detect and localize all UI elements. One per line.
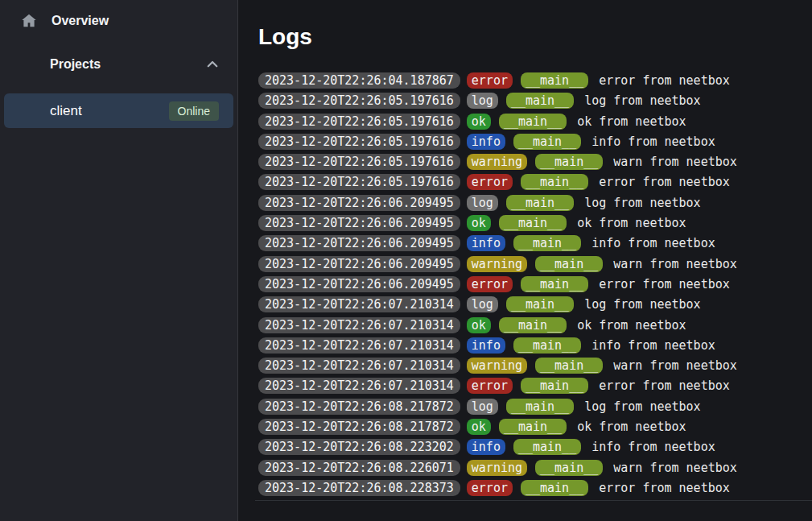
timestamp-badge: 2023-12-20T22:26:06.209495 <box>258 276 460 292</box>
timestamp-badge: 2023-12-20T22:26:08.228373 <box>258 480 460 496</box>
module-badge: __main__ <box>513 439 581 455</box>
log-message: error from neetbox <box>599 73 730 88</box>
log-message: warn from neetbox <box>613 155 737 169</box>
log-row: 2023-12-20T22:26:05.197616info__main__in… <box>258 134 812 150</box>
level-badge-warning: warning <box>467 256 527 272</box>
timestamp-badge: 2023-12-20T22:26:06.209495 <box>258 195 460 211</box>
timestamp-badge: 2023-12-20T22:26:06.209495 <box>258 215 460 231</box>
timestamp-badge: 2023-12-20T22:26:05.197616 <box>258 93 460 109</box>
level-badge-log: log <box>467 93 498 109</box>
log-row: 2023-12-20T22:26:08.226071warning__main_… <box>258 460 812 476</box>
module-badge: __main__ <box>535 256 603 272</box>
log-message: log from neetbox <box>584 297 701 312</box>
timestamp-badge: 2023-12-20T22:26:04.187867 <box>258 72 460 89</box>
level-badge-ok: ok <box>467 114 491 130</box>
home-icon <box>19 11 39 31</box>
log-message: log from neetbox <box>584 196 701 210</box>
log-list[interactable]: 2023-12-20T22:26:04.187867error__main__e… <box>258 72 812 496</box>
log-message: error from neetbox <box>599 378 730 393</box>
log-row: 2023-12-20T22:26:06.209495info__main__in… <box>258 235 812 251</box>
sidebar-item-projects[interactable]: Projects <box>0 48 237 81</box>
log-message: ok from neetbox <box>577 114 686 129</box>
log-row: 2023-12-20T22:26:05.197616ok__main__ok f… <box>258 114 812 130</box>
level-badge-ok: ok <box>467 419 491 435</box>
log-list-divider <box>255 500 812 501</box>
timestamp-badge: 2023-12-20T22:26:05.197616 <box>258 134 460 150</box>
chevron-up-icon[interactable] <box>204 56 221 73</box>
module-badge: __main__ <box>521 72 588 89</box>
timestamp-badge: 2023-12-20T22:26:08.217872 <box>258 399 460 415</box>
log-message: log from neetbox <box>584 93 701 108</box>
log-message: log from neetbox <box>584 399 701 414</box>
level-badge-info: info <box>467 235 505 251</box>
level-badge-error: error <box>467 276 513 292</box>
timestamp-badge: 2023-12-20T22:26:07.210314 <box>258 296 460 312</box>
log-row: 2023-12-20T22:26:05.197616warning__main_… <box>258 154 812 170</box>
level-badge-ok: ok <box>467 215 491 231</box>
app-window: Overview Projects client Online Logs 202… <box>0 0 812 521</box>
log-row: 2023-12-20T22:26:08.228373error__main__e… <box>258 480 812 496</box>
timestamp-badge: 2023-12-20T22:26:07.210314 <box>258 337 460 354</box>
log-row: 2023-12-20T22:26:07.210314warning__main_… <box>258 358 812 374</box>
level-badge-log: log <box>467 195 498 211</box>
timestamp-badge: 2023-12-20T22:26:05.197616 <box>258 154 460 170</box>
level-badge-warning: warning <box>467 358 527 374</box>
sidebar-item-project-client[interactable]: client Online <box>4 93 233 128</box>
log-message: warn from neetbox <box>613 257 737 271</box>
timestamp-badge: 2023-12-20T22:26:08.226071 <box>258 460 460 476</box>
module-badge: __main__ <box>506 399 574 415</box>
log-row: 2023-12-20T22:26:04.187867error__main__e… <box>258 72 812 89</box>
module-badge: __main__ <box>513 235 581 251</box>
log-message: ok from neetbox <box>577 216 686 230</box>
log-row: 2023-12-20T22:26:07.210314ok__main__ok f… <box>258 317 812 333</box>
sidebar-item-label: Projects <box>50 57 204 72</box>
timestamp-badge: 2023-12-20T22:26:06.209495 <box>258 235 460 251</box>
projects-menu-icon <box>19 55 37 74</box>
timestamp-badge: 2023-12-20T22:26:06.209495 <box>258 256 460 272</box>
log-row: 2023-12-20T22:26:08.217872ok__main__ok f… <box>258 419 812 435</box>
timestamp-badge: 2023-12-20T22:26:07.210314 <box>258 358 460 374</box>
log-message: ok from neetbox <box>577 420 686 434</box>
level-badge-ok: ok <box>467 317 491 333</box>
log-message: info from neetbox <box>591 338 715 353</box>
log-message: info from neetbox <box>591 236 715 250</box>
sidebar: Overview Projects client Online <box>0 0 238 521</box>
level-badge-warning: warning <box>467 460 527 476</box>
module-badge: __main__ <box>535 358 603 374</box>
level-badge-info: info <box>467 439 505 455</box>
log-row: 2023-12-20T22:26:06.209495ok__main__ok f… <box>258 215 812 231</box>
log-row: 2023-12-20T22:26:07.210314log__main__log… <box>258 296 812 312</box>
module-badge: __main__ <box>521 174 588 190</box>
sidebar-item-label: Overview <box>52 14 221 28</box>
module-badge: __main__ <box>535 460 603 476</box>
module-badge: __main__ <box>535 154 603 170</box>
log-message: error from neetbox <box>599 277 730 292</box>
timestamp-badge: 2023-12-20T22:26:05.197616 <box>258 114 460 130</box>
status-badge: Online <box>169 101 219 121</box>
level-badge-error: error <box>467 72 513 89</box>
sidebar-item-overview[interactable]: Overview <box>0 5 237 37</box>
module-badge: __main__ <box>506 296 574 312</box>
log-row: 2023-12-20T22:26:08.223202info__main__in… <box>258 439 812 455</box>
level-badge-info: info <box>467 337 505 354</box>
log-message: error from neetbox <box>599 175 730 189</box>
level-badge-error: error <box>467 480 513 496</box>
project-name: client <box>50 103 169 119</box>
page-title: Logs <box>258 24 812 50</box>
timestamp-badge: 2023-12-20T22:26:08.217872 <box>258 419 460 435</box>
log-message: warn from neetbox <box>613 358 737 373</box>
module-badge: __main__ <box>499 419 567 435</box>
module-badge: __main__ <box>506 93 574 109</box>
module-badge: __main__ <box>499 215 567 231</box>
log-message: error from neetbox <box>599 481 730 495</box>
level-badge-info: info <box>467 134 505 150</box>
level-badge-log: log <box>467 399 498 415</box>
log-row: 2023-12-20T22:26:06.209495warning__main_… <box>258 256 812 272</box>
log-message: info from neetbox <box>591 134 715 149</box>
log-message: ok from neetbox <box>577 318 686 333</box>
level-badge-error: error <box>467 174 513 190</box>
module-badge: __main__ <box>499 317 567 333</box>
log-row: 2023-12-20T22:26:07.210314error__main__e… <box>258 378 812 394</box>
log-message: warn from neetbox <box>613 461 737 475</box>
module-badge: __main__ <box>521 378 588 394</box>
